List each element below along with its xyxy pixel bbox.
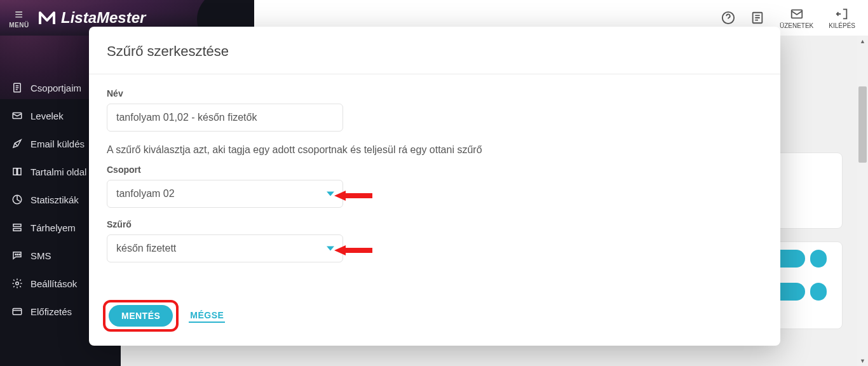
filter-label: Szűrő [107,219,763,229]
name-label: Név [107,88,763,98]
save-highlight-annotation: MENTÉS [103,300,179,332]
modal-title: Szűrő szerkesztése [89,27,780,74]
modal-footer: MENTÉS MÉGSE [89,292,780,346]
chevron-down-icon [327,192,334,196]
group-select[interactable] [107,180,343,208]
modal-body: Név A szűrő kiválasztja azt, aki tagja e… [89,74,780,292]
group-select-value[interactable] [107,180,343,208]
name-input[interactable] [107,104,343,132]
group-label: Csoport [107,165,763,175]
cancel-button[interactable]: MÉGSE [189,309,225,323]
helper-text: A szűrő kiválasztja azt, aki tagja egy a… [107,144,763,156]
edit-filter-modal: Szűrő szerkesztése Név A szűrő kiválaszt… [89,27,780,346]
modal-overlay: Szűrő szerkesztése Név A szűrő kiválaszt… [0,0,868,366]
filter-select-value[interactable] [107,234,343,262]
save-button[interactable]: MENTÉS [109,305,173,327]
filter-select[interactable] [107,234,343,262]
chevron-down-icon [327,247,334,251]
